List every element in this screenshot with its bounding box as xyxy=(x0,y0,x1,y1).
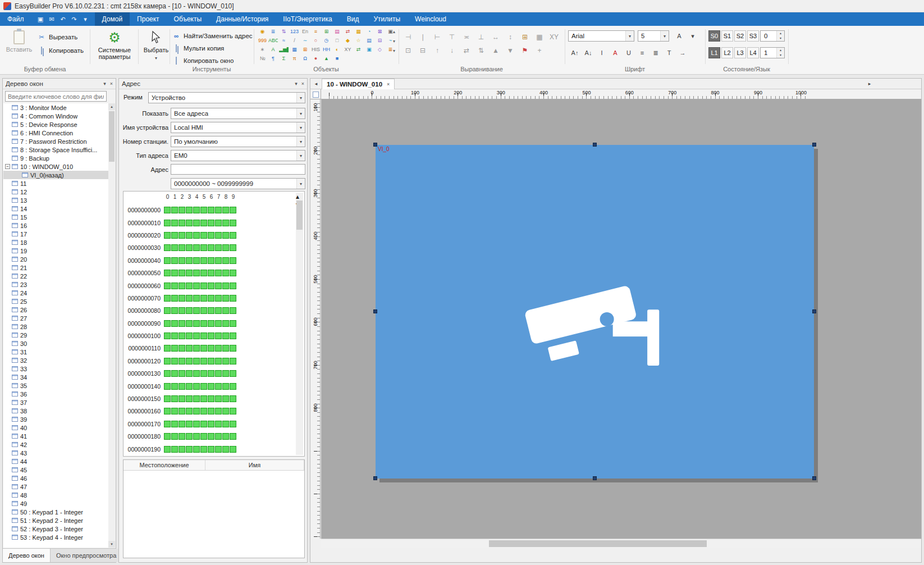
address-bit-cell[interactable] xyxy=(164,446,171,453)
address-bit-cell[interactable] xyxy=(164,257,171,264)
address-bit-cell[interactable] xyxy=(200,244,207,251)
state-spinner[interactable]: 0 ▴ ▾ xyxy=(760,30,785,42)
cctv-camera-icon[interactable] xyxy=(525,258,665,366)
selection-handle[interactable] xyxy=(593,476,597,480)
alignment-tool-icon[interactable]: ↑ xyxy=(431,45,443,56)
spin-up-icon[interactable]: ▴ xyxy=(777,31,784,36)
address-bit-cell[interactable] xyxy=(164,345,171,352)
selection-handle[interactable] xyxy=(593,143,597,147)
alignment-tool-icon[interactable]: + xyxy=(533,45,546,56)
address-bit-cell[interactable] xyxy=(200,220,207,226)
address-bit-cell[interactable] xyxy=(200,307,207,314)
address-bit-cell[interactable] xyxy=(171,358,178,364)
scroll-up-icon[interactable]: ▴ xyxy=(393,29,395,34)
tree-item[interactable]: − 33 xyxy=(3,364,108,373)
address-bit-cell[interactable] xyxy=(200,383,207,390)
address-bit-cell[interactable] xyxy=(186,395,193,402)
object-tool-icon[interactable]: ⊞ xyxy=(300,45,310,54)
address-bit-cell[interactable] xyxy=(193,358,200,364)
address-bit-cell[interactable] xyxy=(215,433,222,440)
address-bit-cell[interactable] xyxy=(179,295,185,302)
address-bit-cell[interactable] xyxy=(179,395,185,402)
address-bit-cell[interactable] xyxy=(164,307,171,314)
tree-item[interactable]: − 23 xyxy=(3,280,108,289)
language-button[interactable]: L1 xyxy=(708,47,720,58)
address-bit-cell[interactable] xyxy=(200,358,207,364)
tree-item[interactable]: − 36 xyxy=(3,390,108,398)
address-bit-cell[interactable] xyxy=(200,433,207,440)
address-bit-cell[interactable] xyxy=(200,395,207,402)
cut-button[interactable]: ✂ Вырезать xyxy=(37,31,77,43)
menu-file[interactable]: Файл xyxy=(0,12,31,26)
spin-down-icon[interactable]: ▾ xyxy=(777,36,784,41)
object-tool-icon[interactable]: ⇅ xyxy=(279,28,289,36)
save-icon[interactable]: ▣ xyxy=(36,16,45,23)
address-bit-cell[interactable] xyxy=(193,207,200,213)
design-canvas[interactable]: VI_0 xyxy=(321,99,921,539)
alignment-tool-icon[interactable]: ▦ xyxy=(533,31,546,43)
tree-item[interactable]: − 50 : Keypad 1 - Integer xyxy=(3,508,108,516)
address-bit-cell[interactable] xyxy=(208,446,214,453)
tree-item[interactable]: − 37 xyxy=(3,398,108,407)
address-bit-cell[interactable] xyxy=(171,383,178,390)
tree-item[interactable]: − 31 xyxy=(3,348,108,356)
address-bit-cell[interactable] xyxy=(186,320,193,327)
address-bit-cell[interactable] xyxy=(164,232,171,239)
address-bit-cell[interactable] xyxy=(164,332,171,339)
address-bit-cell[interactable] xyxy=(171,446,178,453)
address-bit-cell[interactable] xyxy=(222,244,229,251)
state-button[interactable]: S3 xyxy=(747,30,759,42)
address-bit-cell[interactable] xyxy=(208,282,214,289)
address-bit-cell[interactable] xyxy=(208,370,214,377)
address-bit-cell[interactable] xyxy=(215,383,222,390)
tree-item[interactable]: − 8 : Storage Space Insuffici... xyxy=(3,145,108,154)
tree-item[interactable]: − 32 xyxy=(3,356,108,364)
object-tool-icon[interactable]: ▤ xyxy=(364,37,374,45)
address-bit-cell[interactable] xyxy=(230,383,236,390)
tree-item[interactable]: − VI_0(назад) xyxy=(3,171,108,179)
address-bit-cell[interactable] xyxy=(230,207,236,213)
address-bit-cell[interactable] xyxy=(230,421,236,427)
address-bit-cell[interactable] xyxy=(186,345,193,352)
address-bit-cell[interactable] xyxy=(230,358,236,364)
address-bit-cell[interactable] xyxy=(230,220,236,226)
address-bit-cell[interactable] xyxy=(208,307,214,314)
scroll-down-icon[interactable]: ▾ xyxy=(393,39,395,44)
address-bit-cell[interactable] xyxy=(200,232,207,239)
state-button[interactable]: S2 xyxy=(734,30,746,42)
tree-item[interactable]: − 39 xyxy=(3,415,108,423)
tree-item[interactable]: − 46 xyxy=(3,474,108,482)
address-bit-cell[interactable] xyxy=(179,383,185,390)
tree-item[interactable]: − 45 xyxy=(3,466,108,474)
tree-item[interactable]: − 14 xyxy=(3,204,108,213)
address-bit-cell[interactable] xyxy=(179,244,185,251)
object-tool-icon[interactable]: Σ xyxy=(279,54,289,63)
address-bit-cell[interactable] xyxy=(171,244,178,251)
address-bit-cell[interactable] xyxy=(215,421,222,427)
copy-button[interactable]: Копировать xyxy=(37,45,84,56)
object-tool-icon[interactable]: № xyxy=(258,54,267,63)
font-tool-icon[interactable]: A xyxy=(673,30,685,42)
address-bit-cell[interactable] xyxy=(186,295,193,302)
object-tool-icon[interactable]: ≡ xyxy=(311,28,321,36)
tree-item[interactable]: − 9 : Backup xyxy=(3,154,108,162)
object-tool-icon[interactable]: ⇄ xyxy=(343,28,353,36)
tree-item[interactable]: − 16 xyxy=(3,221,108,230)
address-bit-cell[interactable] xyxy=(215,270,222,276)
address-bit-cell[interactable] xyxy=(208,345,214,352)
language-button[interactable]: L4 xyxy=(747,47,759,58)
font-tool-icon[interactable]: ≣ xyxy=(649,47,662,58)
address-bit-cell[interactable] xyxy=(208,421,214,427)
font-tool-icon[interactable]: ▾ xyxy=(687,30,699,42)
address-bit-cell[interactable] xyxy=(193,220,200,226)
tree-item[interactable]: − 38 xyxy=(3,407,108,415)
tree-item[interactable]: − 24 xyxy=(3,289,108,297)
address-bit-cell[interactable] xyxy=(171,220,178,226)
address-bit-cell[interactable] xyxy=(193,370,200,377)
address-range-select[interactable]: 0000000000 ~ 0099999999 ▾ xyxy=(171,178,305,189)
address-bit-cell[interactable] xyxy=(200,257,207,264)
address-bit-cell[interactable] xyxy=(179,307,185,314)
font-tool-icon[interactable]: → xyxy=(676,47,689,58)
tab-scroll-left-icon[interactable]: ◂ xyxy=(312,79,321,89)
address-bit-cell[interactable] xyxy=(215,408,222,414)
